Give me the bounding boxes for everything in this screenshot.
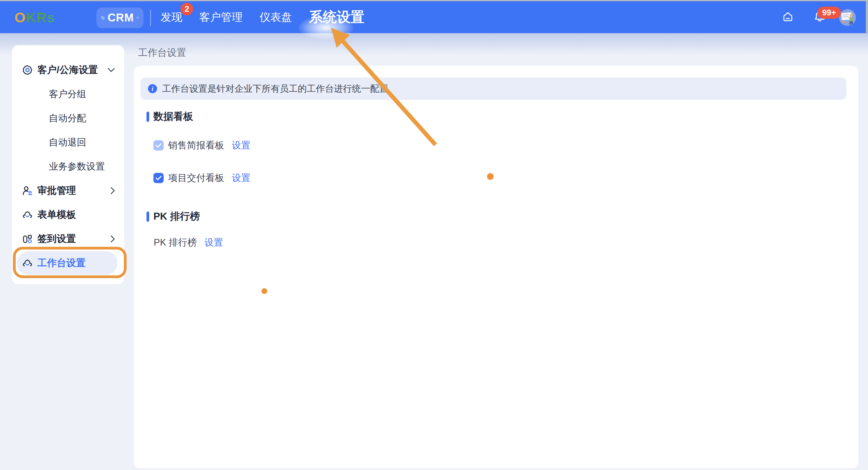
info-banner-text: 工作台设置是针对企业下所有员工的工作台进行统一配置: [162, 83, 388, 95]
nav-item-dashboard[interactable]: 仪表盘: [259, 10, 292, 25]
check-icon: [156, 176, 161, 180]
okrs-logo[interactable]: OKRs: [14, 9, 55, 26]
header-shadow: [0, 33, 868, 56]
top-nav-bar: OKRs CRM 发现 2 客户管理 仪表盘: [0, 1, 868, 33]
option-row-project-delivery: 项目交付看板 设置: [153, 172, 250, 184]
checkin-icon: [22, 234, 33, 244]
window-edge-top: [0, 0, 868, 1]
checkbox-sales-brief[interactable]: [153, 140, 164, 150]
user-avatar[interactable]: [839, 9, 856, 26]
logo-letter: K: [26, 9, 36, 25]
sidebar-item-approval-management[interactable]: 审批管理: [12, 179, 124, 203]
app-grid-icon: [101, 14, 104, 22]
logo-letter: R: [36, 9, 47, 25]
sidebar-item-auto-return[interactable]: 自动退回: [12, 130, 124, 154]
logo-letter: O: [14, 9, 26, 25]
chevron-right-icon: [110, 235, 115, 243]
section-title: 数据看板: [153, 110, 193, 123]
svg-text:i: i: [152, 85, 153, 92]
option-label: PK 排行榜: [154, 236, 197, 249]
sidebar-item-auto-assign[interactable]: 自动分配: [12, 106, 124, 130]
nav-item-customer-management[interactable]: 客户管理: [199, 10, 243, 25]
sidebar-item-label: 客户分组: [49, 88, 86, 100]
option-label: 项目交付看板: [168, 172, 224, 184]
nav-item-label: 客户管理: [199, 11, 243, 23]
sidebar-item-customer-pool-settings[interactable]: 客户/公海设置: [12, 58, 124, 82]
section-pk-ranking: PK 排行榜: [147, 210, 200, 223]
section-data-dashboard: 数据看板: [147, 110, 193, 123]
sidebar-item-business-params[interactable]: 业务参数设置: [12, 154, 124, 179]
info-icon: i: [148, 84, 157, 93]
home-icon: [782, 11, 794, 22]
info-banner: i 工作台设置是针对企业下所有员工的工作台进行统一配置: [141, 78, 846, 100]
workbench-curl-icon: [22, 258, 33, 268]
page-title: 工作台设置: [138, 46, 186, 59]
sidebar-item-label: 客户/公海设置: [37, 63, 98, 77]
nav-item-system-settings[interactable]: 系统设置: [309, 8, 364, 27]
nav-item-label: 发现: [161, 11, 182, 23]
configure-link-project-delivery[interactable]: 设置: [232, 172, 250, 184]
sidebar-item-label: 表单模板: [37, 208, 76, 222]
window-edge-right: [866, 0, 868, 34]
workspace-switcher-label: CRM: [107, 11, 134, 24]
sidebar-item-form-templates[interactable]: 表单模板: [12, 203, 124, 227]
option-label: 销售简报看板: [168, 139, 224, 152]
checkbox-project-delivery[interactable]: [153, 173, 164, 183]
sidebar-item-checkin-settings[interactable]: 签到设置: [12, 227, 124, 251]
option-row-pk-ranking: PK 排行榜 设置: [154, 236, 223, 249]
sidebar-item-label: 签到设置: [37, 232, 76, 245]
discover-count-badge: 2: [181, 3, 193, 16]
nav-item-label: 系统设置: [309, 9, 364, 25]
section-accent-bar: [147, 211, 149, 222]
settings-sidebar: 客户/公海设置 客户分组 自动分配 自动退回 业务参数设置 审批管理: [12, 45, 124, 284]
notification-count-badge: 99+: [817, 7, 841, 19]
sidebar-item-label: 业务参数设置: [49, 160, 105, 173]
sidebar-item-label: 工作台设置: [37, 257, 86, 270]
configure-link-sales-brief[interactable]: 设置: [232, 139, 250, 152]
configure-link-pk-ranking[interactable]: 设置: [204, 236, 223, 249]
workspace-switcher-button[interactable]: CRM: [96, 7, 144, 28]
section-accent-bar: [147, 112, 149, 122]
sidebar-item-label: 审批管理: [37, 184, 76, 197]
gear-nut-icon: [22, 65, 33, 75]
workbench-settings-page: OKRs CRM 发现 2 客户管理 仪表盘: [0, 0, 868, 470]
person-stamp-icon: [22, 185, 33, 196]
main-nav: 发现 2 客户管理 仪表盘 系统设置: [161, 1, 364, 33]
sidebar-item-customer-grouping[interactable]: 客户分组: [12, 82, 124, 106]
avatar-illustration: [839, 9, 856, 26]
header-divider: [150, 10, 151, 26]
sidebar-item-label: 自动退回: [49, 136, 86, 149]
logo-letter: s: [47, 9, 55, 25]
option-row-sales-brief: 销售简报看板 设置: [153, 139, 250, 152]
home-button[interactable]: [782, 11, 794, 24]
sidebar-item-label: 自动分配: [49, 112, 86, 125]
template-curl-icon: [22, 210, 33, 220]
check-icon: [156, 143, 161, 148]
sidebar-item-workbench-settings[interactable]: 工作台设置: [17, 251, 118, 275]
chevron-right-icon: [110, 187, 115, 195]
chevron-down-icon: [136, 16, 139, 20]
nav-item-discover[interactable]: 发现 2: [161, 10, 182, 25]
section-title: PK 排行榜: [153, 210, 200, 223]
chevron-down-icon: [107, 67, 115, 72]
nav-item-label: 仪表盘: [259, 11, 292, 23]
workbench-settings-panel: i 工作台设置是针对企业下所有员工的工作台进行统一配置 数据看板 销售简报看板 …: [134, 66, 858, 468]
